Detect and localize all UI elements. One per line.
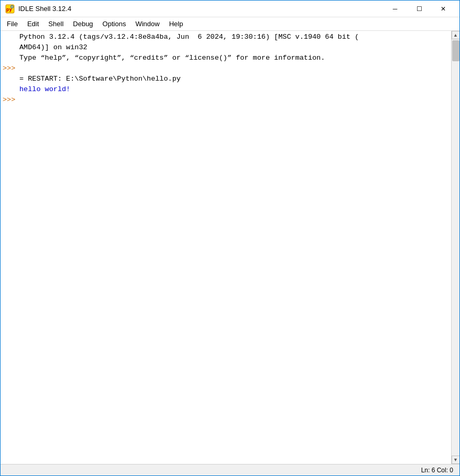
line-2-text: AMD64)] on win32: [19, 43, 449, 51]
scrollbar-track: ▲ ▼: [451, 31, 459, 464]
prompt-1: >>>: [3, 64, 19, 72]
line-2: AMD64)] on win32: [1, 43, 451, 54]
shell-area: Python 3.12.4 (tags/v3.12.4:8e8a4ba, Jun…: [1, 31, 459, 464]
line-3: Type “help”, “copyright”, “credits” or “…: [1, 54, 451, 64]
line-7: >>>: [1, 96, 451, 106]
menu-help[interactable]: Help: [165, 18, 188, 29]
title-bar: py IDLE Shell 3.12.4 ─ ☐ ✕: [1, 1, 459, 17]
shell-text-area: Python 3.12.4 (tags/v3.12.4:8e8a4ba, Jun…: [1, 31, 451, 464]
window-controls: ─ ☐ ✕: [383, 1, 455, 17]
status-text: Ln: 6 Col: 0: [421, 467, 453, 474]
close-button[interactable]: ✕: [431, 1, 455, 17]
line-5: = RESTART: E:\Software\Python\hello.py: [1, 75, 451, 85]
menu-edit[interactable]: Edit: [23, 18, 43, 29]
menu-shell[interactable]: Shell: [44, 18, 68, 29]
line-4: >>>: [1, 64, 451, 75]
shell-content[interactable]: Python 3.12.4 (tags/v3.12.4:8e8a4ba, Jun…: [1, 31, 451, 464]
line-1: Python 3.12.4 (tags/v3.12.4:8e8a4ba, Jun…: [1, 33, 451, 43]
menu-options[interactable]: Options: [98, 18, 130, 29]
line-1-text: Python 3.12.4 (tags/v3.12.4:8e8a4ba, Jun…: [19, 33, 449, 41]
menu-window[interactable]: Window: [131, 18, 163, 29]
line-6: hello world!: [1, 85, 451, 96]
svg-point-3: [12, 6, 13, 7]
menu-debug[interactable]: Debug: [69, 18, 97, 29]
prompt-2: >>>: [3, 96, 19, 104]
scroll-down-button[interactable]: ▼: [452, 456, 460, 464]
line-5-text: = RESTART: E:\Software\Python\hello.py: [19, 75, 449, 83]
minimize-button[interactable]: ─: [383, 1, 407, 17]
line-3-text: Type “help”, “copyright”, “credits” or “…: [19, 54, 449, 62]
status-bar: Ln: 6 Col: 0: [1, 464, 459, 475]
menu-file[interactable]: File: [3, 18, 22, 29]
scrollbar-thumb[interactable]: [452, 40, 459, 61]
window-title: IDLE Shell 3.12.4: [18, 5, 383, 13]
idle-app-icon: py: [5, 4, 15, 14]
idle-window: py IDLE Shell 3.12.4 ─ ☐ ✕ File Edit She…: [0, 0, 460, 476]
line-6-text: hello world!: [19, 85, 449, 93]
maximize-button[interactable]: ☐: [407, 1, 431, 17]
scroll-up-button[interactable]: ▲: [452, 31, 460, 39]
menu-bar: File Edit Shell Debug Options Window Hel…: [1, 17, 459, 31]
